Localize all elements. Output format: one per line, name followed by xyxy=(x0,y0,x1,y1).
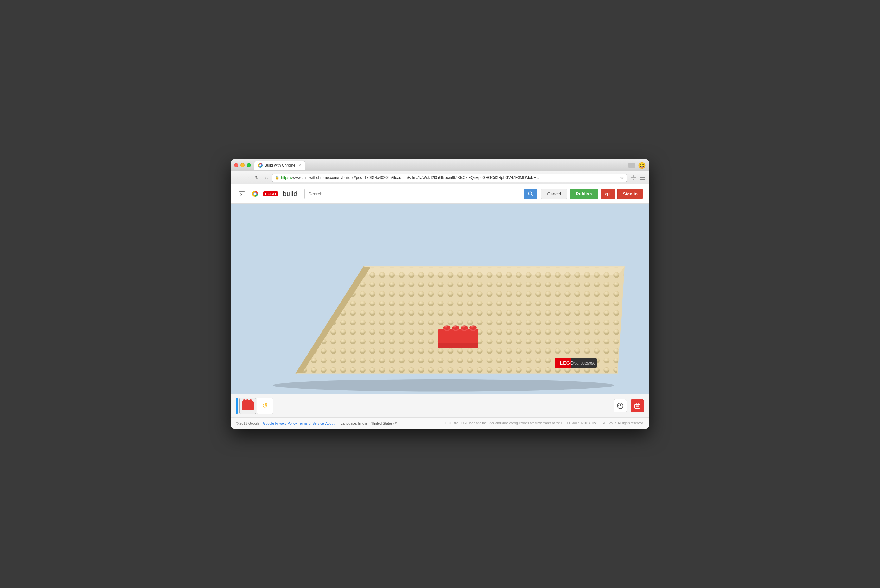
minimize-button[interactable] xyxy=(240,163,244,167)
brick-palette: ↺ xyxy=(236,398,273,414)
close-button[interactable] xyxy=(234,163,238,167)
bookmark-icon[interactable]: ☆ xyxy=(620,175,624,180)
nav-right-icons xyxy=(630,174,646,181)
app-name: build xyxy=(283,190,297,198)
svg-rect-47 xyxy=(636,403,638,404)
svg-rect-2 xyxy=(631,177,633,178)
footer: © 2013 Google - Google Privacy Policy Te… xyxy=(231,417,649,429)
back-button[interactable]: ← xyxy=(234,174,242,182)
home-button[interactable]: ⌂ xyxy=(262,174,270,182)
publish-button[interactable]: Publish xyxy=(570,189,598,199)
active-tab[interactable]: Build with Chrome ✕ xyxy=(254,161,305,170)
svg-rect-10 xyxy=(239,192,245,196)
svg-rect-22 xyxy=(297,267,624,373)
window-controls xyxy=(234,163,251,167)
mac-window: Build with Chrome ✕ 😄 ← → ↻ ⌂ 🔒 https://… xyxy=(231,159,649,429)
terms-link[interactable]: Terms of Service xyxy=(298,422,324,425)
tab-favicon xyxy=(258,163,262,168)
svg-rect-9 xyxy=(640,179,645,180)
language-dropdown-icon: ▾ xyxy=(395,421,397,425)
extensions-icon[interactable] xyxy=(630,174,637,181)
svg-text:LEGO: LEGO xyxy=(560,360,574,366)
svg-point-16 xyxy=(273,379,614,392)
tab-close-button[interactable]: ✕ xyxy=(298,164,301,168)
google-plus-button[interactable]: g+ xyxy=(601,189,615,199)
lego-baseplate: LEGO No. 8325950 xyxy=(231,204,649,394)
rotate-icon: ↺ xyxy=(262,402,268,410)
sign-in-button[interactable]: Sign in xyxy=(618,189,643,199)
tab-title: Build with Chrome xyxy=(264,163,295,168)
red-brick-item[interactable] xyxy=(240,398,256,414)
canvas-area[interactable]: LEGO No. 8325950 xyxy=(231,204,649,394)
maximize-button[interactable] xyxy=(247,163,251,167)
red-brick-icon xyxy=(242,401,254,410)
svg-rect-29 xyxy=(438,343,479,348)
copyright-text: © 2013 Google - xyxy=(236,422,262,425)
svg-rect-5 xyxy=(634,177,636,178)
nav-bar: ← → ↻ ⌂ 🔒 https://www.buildwithchrome.co… xyxy=(231,171,649,184)
svg-point-38 xyxy=(444,326,447,327)
window-expand-button[interactable] xyxy=(628,163,636,168)
app-header: LEGO build Cancel Publish g+ Sign in xyxy=(231,184,649,204)
app-back-button[interactable] xyxy=(237,189,247,199)
cancel-button[interactable]: Cancel xyxy=(541,189,567,199)
url-https: https:// xyxy=(281,176,292,180)
palette-indicator xyxy=(236,398,238,414)
svg-rect-7 xyxy=(640,176,645,176)
ssl-icon: 🔒 xyxy=(275,176,279,180)
address-bar[interactable]: 🔒 https://www.buildwithchrome.com/m/buil… xyxy=(272,174,627,182)
url-text: https://www.buildwithchrome.com/m/builde… xyxy=(281,176,617,180)
about-link[interactable]: About xyxy=(325,422,334,425)
title-bar: Build with Chrome ✕ 😄 xyxy=(231,159,649,171)
refresh-button[interactable]: ↻ xyxy=(253,174,261,182)
search-container xyxy=(304,189,538,199)
svg-point-41 xyxy=(471,326,474,327)
svg-point-40 xyxy=(462,326,465,327)
bottom-toolbar: ↺ xyxy=(231,394,649,417)
lego-copyright: LEGO, the LEGO logo and the Brick and kn… xyxy=(444,422,644,425)
tab-bar: Build with Chrome ✕ xyxy=(254,161,628,170)
svg-rect-8 xyxy=(640,177,645,178)
svg-point-13 xyxy=(254,192,256,195)
svg-rect-3 xyxy=(633,175,634,177)
svg-rect-4 xyxy=(633,178,634,180)
language-text: Language: English (United States) xyxy=(341,422,394,425)
header-actions: Cancel Publish g+ Sign in xyxy=(541,189,643,199)
svg-line-15 xyxy=(532,195,533,196)
chrome-logo xyxy=(250,189,259,198)
svg-text:No. 8325950: No. 8325950 xyxy=(573,361,595,366)
search-input[interactable] xyxy=(304,189,522,199)
toolbar-right xyxy=(613,399,644,412)
rotate-item[interactable]: ↺ xyxy=(256,398,273,414)
url-domain: www.buildwithchrome.com/m/builder#pos=17… xyxy=(292,176,539,180)
menu-icon[interactable] xyxy=(639,174,646,181)
lego-badge: LEGO xyxy=(263,191,278,196)
forward-button[interactable]: → xyxy=(244,174,251,182)
svg-point-39 xyxy=(453,326,456,327)
delete-button[interactable] xyxy=(631,399,644,412)
svg-point-1 xyxy=(259,164,261,166)
privacy-link[interactable]: Google Privacy Policy xyxy=(263,422,297,425)
svg-rect-6 xyxy=(633,177,634,178)
search-button[interactable] xyxy=(524,189,537,199)
emoji-icon: 😄 xyxy=(638,162,646,169)
history-button[interactable] xyxy=(613,399,627,412)
language-selector[interactable]: Language: English (United States) ▾ xyxy=(341,421,397,425)
